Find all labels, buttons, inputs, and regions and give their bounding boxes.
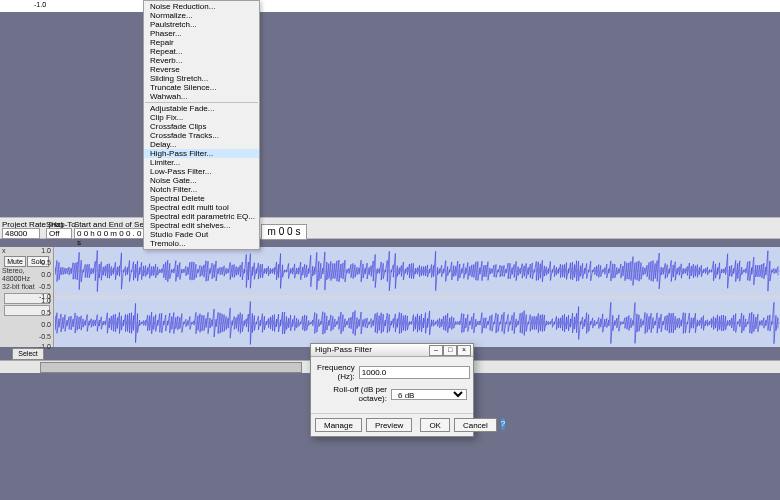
ok-button[interactable]: OK <box>420 418 450 432</box>
cancel-button[interactable]: Cancel <box>454 418 497 432</box>
menu-item[interactable]: Delay... <box>144 140 259 149</box>
maximize-icon[interactable]: □ <box>443 345 457 356</box>
selection-start-value[interactable]: 0 0 h 0 0 m 0 0 . 0 s <box>74 228 146 239</box>
menu-item[interactable]: Spectral edit shelves... <box>144 221 259 230</box>
menu-item[interactable]: Repair <box>144 38 259 47</box>
help-icon[interactable]: ? <box>501 418 505 430</box>
menu-item[interactable]: Low-Pass Filter... <box>144 167 259 176</box>
amplitude-scale: 1.00.50.0-0.5-1.0 <box>53 297 61 397</box>
snap-to-value[interactable]: Off <box>46 228 72 239</box>
project-rate-value[interactable]: 48000 <box>2 228 40 239</box>
empty-track-area <box>0 12 780 217</box>
menu-item[interactable]: Paulstretch... <box>144 20 259 29</box>
menu-item[interactable]: Tremolo... <box>144 239 259 248</box>
mute-button[interactable]: Mute <box>4 256 26 267</box>
menu-separator <box>145 102 258 103</box>
menu-item[interactable]: High-Pass Filter... <box>144 149 259 158</box>
menu-item[interactable]: Limiter... <box>144 158 259 167</box>
frequency-label: Frequency (Hz): <box>317 363 359 381</box>
timeline-tick: -1.0 <box>34 1 46 8</box>
scrollbar-thumb[interactable] <box>40 362 302 373</box>
waveform-right-channel <box>55 299 780 347</box>
rolloff-select[interactable]: 6 dB <box>391 389 467 400</box>
waveform-area[interactable] <box>55 247 780 347</box>
selection-toolbar: Project Rate (Hz) 48000 Snap-To Off Star… <box>0 217 780 239</box>
time-display: m 0 0 s <box>261 224 307 240</box>
high-pass-filter-dialog: High-Pass Filter – □ × Frequency (Hz): R… <box>310 343 474 437</box>
menu-item[interactable]: Repeat... <box>144 47 259 56</box>
menu-item[interactable]: Spectral edit parametric EQ... <box>144 212 259 221</box>
frequency-input[interactable] <box>359 366 470 379</box>
minimize-icon[interactable]: – <box>429 345 443 356</box>
dialog-titlebar[interactable]: High-Pass Filter – □ × <box>311 344 473 357</box>
menu-item[interactable]: Clip Fix... <box>144 113 259 122</box>
select-button[interactable]: Select <box>12 348 44 360</box>
menu-item[interactable]: Sliding Stretch... <box>144 74 259 83</box>
waveform-left-channel <box>55 247 780 295</box>
menu-item[interactable]: Notch Filter... <box>144 185 259 194</box>
rolloff-label: Roll-off (dB per octave): <box>317 385 391 403</box>
close-icon[interactable]: × <box>457 345 471 356</box>
menu-item[interactable]: Spectral Delete <box>144 194 259 203</box>
menu-item[interactable]: Reverse <box>144 65 259 74</box>
menu-item[interactable]: Adjustable Fade... <box>144 104 259 113</box>
menu-item[interactable]: Normalize... <box>144 11 259 20</box>
manage-button[interactable]: Manage <box>315 418 362 432</box>
menu-item[interactable]: Phaser... <box>144 29 259 38</box>
menu-item[interactable]: Noise Gate... <box>144 176 259 185</box>
menu-item[interactable]: Crossfade Clips <box>144 122 259 131</box>
menu-item[interactable]: Truncate Silence... <box>144 83 259 92</box>
preview-button[interactable]: Preview <box>366 418 412 432</box>
menu-item[interactable]: Studio Fade Out <box>144 230 259 239</box>
menu-item[interactable]: Reverb... <box>144 56 259 65</box>
menu-item[interactable]: Wahwah... <box>144 92 259 101</box>
effects-menu[interactable]: Noise Reduction...Normalize...Paulstretc… <box>143 0 260 250</box>
audio-track[interactable]: x Stereo, 48000Hz 32-bit float Mute Solo… <box>0 247 780 347</box>
menu-item[interactable]: Spectral edit multi tool <box>144 203 259 212</box>
dialog-title-text: High-Pass Filter <box>315 345 372 354</box>
menu-item[interactable]: Crossfade Tracks... <box>144 131 259 140</box>
menu-item[interactable]: Noise Reduction... <box>144 2 259 11</box>
